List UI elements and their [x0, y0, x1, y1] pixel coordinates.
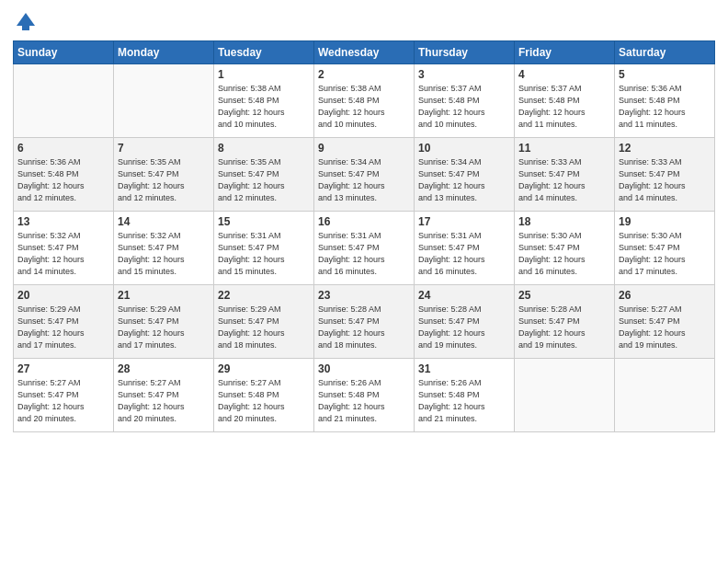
header — [13, 9, 715, 35]
logo — [13, 9, 42, 35]
day-number: 13 — [17, 215, 109, 228]
day-number: 8 — [218, 142, 310, 155]
day-info: Sunrise: 5:32 AMSunset: 5:47 PMDaylight:… — [118, 230, 210, 278]
day-number: 15 — [218, 215, 310, 228]
day-number: 20 — [17, 289, 109, 302]
day-info: Sunrise: 5:26 AMSunset: 5:48 PMDaylight:… — [418, 377, 510, 425]
header-monday: Monday — [114, 41, 214, 64]
day-info: Sunrise: 5:38 AMSunset: 5:48 PMDaylight:… — [218, 83, 310, 131]
table-cell — [14, 64, 114, 138]
day-info: Sunrise: 5:37 AMSunset: 5:48 PMDaylight:… — [518, 83, 610, 131]
day-info: Sunrise: 5:28 AMSunset: 5:47 PMDaylight:… — [418, 304, 510, 351]
day-info: Sunrise: 5:29 AMSunset: 5:47 PMDaylight:… — [17, 304, 109, 351]
svg-rect-1 — [22, 26, 29, 30]
header-sunday: Sunday — [14, 41, 114, 64]
week-row-2: 6Sunrise: 5:36 AMSunset: 5:48 PMDaylight… — [14, 138, 715, 212]
table-cell: 21Sunrise: 5:29 AMSunset: 5:47 PMDayligh… — [114, 285, 214, 359]
header-tuesday: Tuesday — [214, 41, 314, 64]
table-cell — [515, 359, 615, 432]
day-number: 16 — [318, 215, 410, 228]
day-info: Sunrise: 5:32 AMSunset: 5:47 PMDaylight:… — [17, 230, 109, 278]
table-cell: 9Sunrise: 5:34 AMSunset: 5:47 PMDaylight… — [314, 138, 415, 212]
day-number: 25 — [518, 289, 610, 302]
header-wednesday: Wednesday — [314, 41, 415, 64]
day-info: Sunrise: 5:26 AMSunset: 5:48 PMDaylight:… — [318, 377, 410, 425]
day-number: 26 — [619, 289, 711, 302]
day-number: 14 — [118, 215, 210, 228]
calendar-table: SundayMondayTuesdayWednesdayThursdayFrid… — [13, 40, 715, 432]
day-number: 10 — [418, 142, 510, 155]
table-cell: 31Sunrise: 5:26 AMSunset: 5:48 PMDayligh… — [415, 359, 515, 432]
day-number: 31 — [418, 362, 510, 375]
day-info: Sunrise: 5:29 AMSunset: 5:47 PMDaylight:… — [218, 304, 310, 351]
day-info: Sunrise: 5:31 AMSunset: 5:47 PMDaylight:… — [318, 230, 410, 278]
day-number: 9 — [318, 142, 410, 155]
day-info: Sunrise: 5:30 AMSunset: 5:47 PMDaylight:… — [619, 230, 711, 278]
table-cell: 1Sunrise: 5:38 AMSunset: 5:48 PMDaylight… — [214, 64, 314, 138]
table-cell: 3Sunrise: 5:37 AMSunset: 5:48 PMDaylight… — [415, 64, 515, 138]
week-row-5: 27Sunrise: 5:27 AMSunset: 5:47 PMDayligh… — [14, 359, 715, 432]
header-thursday: Thursday — [415, 41, 515, 64]
day-number: 7 — [118, 142, 210, 155]
week-row-3: 13Sunrise: 5:32 AMSunset: 5:47 PMDayligh… — [14, 212, 715, 285]
header-saturday: Saturday — [615, 41, 715, 64]
svg-marker-0 — [17, 13, 35, 26]
day-info: Sunrise: 5:37 AMSunset: 5:48 PMDaylight:… — [418, 83, 510, 131]
day-info: Sunrise: 5:35 AMSunset: 5:47 PMDaylight:… — [218, 156, 310, 204]
calendar-body: 1Sunrise: 5:38 AMSunset: 5:48 PMDaylight… — [14, 64, 715, 432]
day-info: Sunrise: 5:34 AMSunset: 5:47 PMDaylight:… — [318, 156, 410, 204]
day-info: Sunrise: 5:27 AMSunset: 5:47 PMDaylight:… — [17, 377, 109, 425]
calendar-header: SundayMondayTuesdayWednesdayThursdayFrid… — [14, 41, 715, 64]
table-cell: 30Sunrise: 5:26 AMSunset: 5:48 PMDayligh… — [314, 359, 415, 432]
table-cell: 23Sunrise: 5:28 AMSunset: 5:47 PMDayligh… — [314, 285, 415, 359]
table-cell: 19Sunrise: 5:30 AMSunset: 5:47 PMDayligh… — [615, 212, 715, 285]
day-info: Sunrise: 5:29 AMSunset: 5:47 PMDaylight:… — [118, 304, 210, 351]
table-cell: 10Sunrise: 5:34 AMSunset: 5:47 PMDayligh… — [415, 138, 515, 212]
table-cell — [114, 64, 214, 138]
day-info: Sunrise: 5:38 AMSunset: 5:48 PMDaylight:… — [318, 83, 410, 131]
table-cell: 12Sunrise: 5:33 AMSunset: 5:47 PMDayligh… — [615, 138, 715, 212]
table-cell — [615, 359, 715, 432]
day-number: 5 — [619, 68, 711, 81]
day-number: 27 — [17, 362, 109, 375]
header-row: SundayMondayTuesdayWednesdayThursdayFrid… — [14, 41, 715, 64]
day-info: Sunrise: 5:27 AMSunset: 5:47 PMDaylight:… — [619, 304, 711, 351]
day-number: 12 — [619, 142, 711, 155]
table-cell: 20Sunrise: 5:29 AMSunset: 5:47 PMDayligh… — [14, 285, 114, 359]
day-info: Sunrise: 5:36 AMSunset: 5:48 PMDaylight:… — [17, 156, 109, 204]
table-cell: 17Sunrise: 5:31 AMSunset: 5:47 PMDayligh… — [415, 212, 515, 285]
day-number: 23 — [318, 289, 410, 302]
day-number: 21 — [118, 289, 210, 302]
table-cell: 5Sunrise: 5:36 AMSunset: 5:48 PMDaylight… — [615, 64, 715, 138]
day-number: 1 — [218, 68, 310, 81]
day-info: Sunrise: 5:27 AMSunset: 5:47 PMDaylight:… — [118, 377, 210, 425]
day-number: 28 — [118, 362, 210, 375]
day-number: 29 — [218, 362, 310, 375]
day-info: Sunrise: 5:28 AMSunset: 5:47 PMDaylight:… — [518, 304, 610, 351]
day-info: Sunrise: 5:35 AMSunset: 5:47 PMDaylight:… — [118, 156, 210, 204]
table-cell: 29Sunrise: 5:27 AMSunset: 5:48 PMDayligh… — [214, 359, 314, 432]
day-info: Sunrise: 5:34 AMSunset: 5:47 PMDaylight:… — [418, 156, 510, 204]
day-number: 2 — [318, 68, 410, 81]
table-cell: 18Sunrise: 5:30 AMSunset: 5:47 PMDayligh… — [515, 212, 615, 285]
day-number: 22 — [218, 289, 310, 302]
table-cell: 6Sunrise: 5:36 AMSunset: 5:48 PMDaylight… — [14, 138, 114, 212]
day-info: Sunrise: 5:30 AMSunset: 5:47 PMDaylight:… — [518, 230, 610, 278]
day-number: 11 — [518, 142, 610, 155]
day-info: Sunrise: 5:31 AMSunset: 5:47 PMDaylight:… — [418, 230, 510, 278]
day-number: 3 — [418, 68, 510, 81]
table-cell: 15Sunrise: 5:31 AMSunset: 5:47 PMDayligh… — [214, 212, 314, 285]
day-info: Sunrise: 5:33 AMSunset: 5:47 PMDaylight:… — [619, 156, 711, 204]
week-row-4: 20Sunrise: 5:29 AMSunset: 5:47 PMDayligh… — [14, 285, 715, 359]
day-info: Sunrise: 5:28 AMSunset: 5:47 PMDaylight:… — [318, 304, 410, 351]
week-row-1: 1Sunrise: 5:38 AMSunset: 5:48 PMDaylight… — [14, 64, 715, 138]
calendar-page: SundayMondayTuesdayWednesdayThursdayFrid… — [0, 0, 728, 563]
day-info: Sunrise: 5:33 AMSunset: 5:47 PMDaylight:… — [518, 156, 610, 204]
table-cell: 16Sunrise: 5:31 AMSunset: 5:47 PMDayligh… — [314, 212, 415, 285]
table-cell: 2Sunrise: 5:38 AMSunset: 5:48 PMDaylight… — [314, 64, 415, 138]
day-info: Sunrise: 5:27 AMSunset: 5:48 PMDaylight:… — [218, 377, 310, 425]
table-cell: 25Sunrise: 5:28 AMSunset: 5:47 PMDayligh… — [515, 285, 615, 359]
table-cell: 7Sunrise: 5:35 AMSunset: 5:47 PMDaylight… — [114, 138, 214, 212]
day-number: 6 — [17, 142, 109, 155]
table-cell: 24Sunrise: 5:28 AMSunset: 5:47 PMDayligh… — [415, 285, 515, 359]
